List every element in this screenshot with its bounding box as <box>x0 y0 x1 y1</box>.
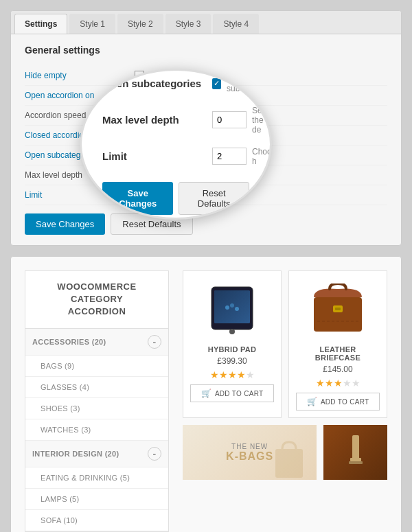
category-glasses[interactable]: GLASSES (4) <box>25 377 168 398</box>
svg-rect-7 <box>314 297 362 332</box>
mag-limit-label: Limit <box>102 150 212 162</box>
category-watches-label: WATCHES (3) <box>41 426 91 434</box>
mag-subcategories-checkbox[interactable]: ✓ <box>212 78 221 89</box>
category-sofa[interactable]: SOFA (10) <box>25 510 168 531</box>
category-bags[interactable]: BAGS (9) <box>25 356 168 377</box>
tabs-bar: Settings Style 1 Style 2 Style 3 Style 4 <box>11 11 401 34</box>
product-image-hybrid-pad <box>190 278 274 340</box>
category-eating-label: EATING & DRINKING (5) <box>41 474 130 482</box>
accordion-list: WOOCOMMERCE CATEGORY ACCORDION ACCESSORI… <box>25 270 169 532</box>
category-accessories[interactable]: ACCESSORIES (20) - <box>25 329 168 356</box>
product2-add-to-cart[interactable]: 🛒 ADD TO CART <box>296 393 380 410</box>
accordion-title-line2: ACCORDION <box>68 306 126 316</box>
mag-max-level-label: Max level depth <box>102 114 212 126</box>
category-shoes[interactable]: SHOES (3) <box>25 398 168 419</box>
briefcase-icon <box>310 284 365 335</box>
mag-limit-input[interactable]: 2 <box>212 148 247 165</box>
save-changes-button[interactable]: Save Changes <box>25 213 105 235</box>
product1-add-to-cart[interactable]: 🛒 ADD TO CART <box>190 384 274 402</box>
product1-cart-label: ADD TO CART <box>215 390 264 397</box>
product-row: HYBRID PAD £399.30 ★★★★★ 🛒 ADD TO CART <box>183 270 387 418</box>
svg-point-6 <box>229 329 235 334</box>
toggle-interior-design[interactable]: - <box>148 447 161 461</box>
svg-rect-13 <box>350 458 361 461</box>
svg-point-3 <box>225 305 229 310</box>
cart-icon-1: 🛒 <box>201 389 211 398</box>
product-card-briefcase: LEATHER BRIEFCASE £145.00 ★★★★★ 🛒 ADD TO… <box>288 270 387 418</box>
tab-style4[interactable]: Style 4 <box>213 14 259 34</box>
product2-name: LEATHER BRIEFCASE <box>296 345 380 362</box>
accordion-title: WOOCOMMERCE CATEGORY ACCORDION <box>25 271 168 329</box>
product2-price: £145.00 <box>296 365 380 374</box>
product-image-briefcase <box>296 278 380 340</box>
category-shoes-label: SHOES (3) <box>41 404 80 413</box>
category-interior-design[interactable]: INTERIOR DESIGN (20) - <box>25 441 168 467</box>
mag-limit-value: 2 Choose h <box>212 147 272 166</box>
product2-cart-label: ADD TO CART <box>321 398 369 406</box>
category-accessories-label: ACCESSORIES (20) <box>32 338 106 346</box>
category-lamps-label: LAMPS (5) <box>41 495 80 503</box>
category-eating[interactable]: EATING & DRINKING (5) <box>25 467 168 489</box>
banner-small-decoration <box>342 432 369 473</box>
category-sofa-label: SOFA (10) <box>41 516 78 524</box>
toggle-accessories[interactable]: - <box>148 335 161 349</box>
mag-max-level-value: 0 Set the de <box>212 106 264 135</box>
tab-settings[interactable]: Settings <box>14 14 67 34</box>
banner-title: K-BAGS <box>226 450 273 463</box>
tab-style3[interactable]: Style 3 <box>165 14 211 34</box>
product1-name: HYBRID PAD <box>190 345 274 354</box>
tab-style2[interactable]: Style 2 <box>117 14 163 34</box>
banner-kbags[interactable]: THE NEW K-BAGS <box>183 425 317 480</box>
category-interior-design-label: INTERIOR DESIGN (20) <box>32 450 119 458</box>
tab-style1[interactable]: Style 1 <box>69 14 115 34</box>
mag-limit-row: Limit 2 Choose h <box>102 147 249 166</box>
product-area: HYBRID PAD £399.30 ★★★★★ 🛒 ADD TO CART <box>183 270 387 532</box>
svg-rect-12 <box>352 435 359 459</box>
banner-small[interactable] <box>323 425 387 480</box>
cart-icon-2: 🛒 <box>307 397 317 406</box>
mag-buttons: Save Changes Reset Defaults <box>102 182 249 215</box>
banner-row: THE NEW K-BAGS <box>183 425 387 480</box>
svg-rect-9 <box>335 308 341 310</box>
mag-max-level-row: Max level depth 0 Set the de <box>102 106 249 135</box>
label-hide-empty: Hide empty <box>25 71 135 80</box>
svg-rect-14 <box>349 461 363 464</box>
svg-point-4 <box>230 303 234 308</box>
category-watches[interactable]: WATCHES (3) <box>25 419 168 441</box>
buttons-row: Save Changes Reset Defaults <box>25 213 387 235</box>
svg-rect-11 <box>275 449 303 478</box>
product-card-hybrid-pad: HYBRID PAD £399.30 ★★★★★ 🛒 ADD TO CART <box>183 270 282 418</box>
section-title: General settings <box>25 45 387 56</box>
mag-reset-button[interactable]: Reset Defaults <box>179 182 249 215</box>
product2-stars: ★★★★★ <box>296 378 380 389</box>
panel-body: General settings Hide empty Hi... Open a… <box>11 34 401 245</box>
bottom-panel: WOOCOMMERCE CATEGORY ACCORDION ACCESSORI… <box>10 256 402 532</box>
category-bags-label: BAGS (9) <box>41 362 74 370</box>
accordion-title-line1: WOOCOMMERCE CATEGORY <box>57 281 136 304</box>
category-lamps[interactable]: LAMPS (5) <box>25 489 168 510</box>
category-glasses-label: GLASSES (4) <box>41 383 89 391</box>
settings-panel: Settings Style 1 Style 2 Style 3 Style 4… <box>10 10 402 246</box>
product1-stars: ★★★★★ <box>190 369 274 380</box>
magnifier-overlay: Open subcategories ✓ Open subc Max level… <box>80 69 272 220</box>
svg-point-5 <box>235 307 239 311</box>
mag-max-level-input[interactable]: 0 <box>212 111 247 128</box>
tablet-icon <box>205 281 260 336</box>
product1-price: £399.30 <box>190 356 274 366</box>
banner-subtitle: THE NEW <box>231 443 268 450</box>
banner-bag-decoration <box>272 439 306 480</box>
mag-save-button[interactable]: Save Changes <box>102 182 173 215</box>
